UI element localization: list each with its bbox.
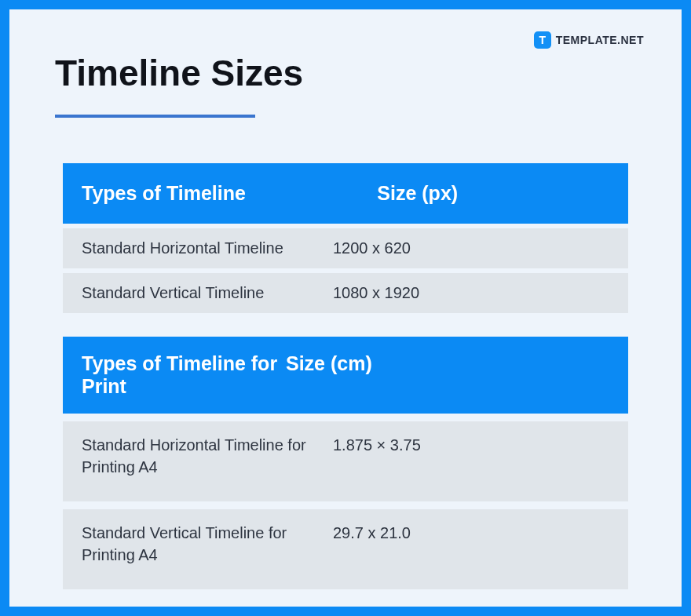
brand-icon: T	[534, 31, 551, 49]
cell-size: 29.7 x 21.0	[333, 522, 609, 566]
brand-text: TEMPLATE.NET	[556, 34, 644, 46]
page-title: Timeline Sizes	[55, 52, 636, 94]
cell-type: Standard Vertical Timeline	[82, 284, 333, 302]
cell-size: 1080 x 1920	[333, 284, 609, 302]
cell-type: Standard Vertical Timeline for Printing …	[82, 522, 333, 566]
tables-container: Types of Timeline Size (px) Standard Hor…	[55, 163, 636, 589]
table-header-row: Types of Timeline for Print Size (cm)	[63, 337, 628, 414]
cell-size: 1.875 × 3.75	[333, 434, 609, 478]
table-pixel-sizes: Types of Timeline Size (px) Standard Hor…	[63, 163, 628, 313]
header-size: Size (px)	[377, 182, 609, 205]
document-panel: T TEMPLATE.NET Timeline Sizes Types of T…	[9, 9, 682, 607]
outer-frame: T TEMPLATE.NET Timeline Sizes Types of T…	[0, 0, 691, 616]
title-underline	[55, 115, 255, 118]
header-type: Types of Timeline	[82, 182, 377, 205]
brand-logo: T TEMPLATE.NET	[534, 31, 644, 49]
cell-type: Standard Horizontal Timeline for Printin…	[82, 434, 333, 478]
table-row: Standard Vertical Timeline 1080 x 1920	[63, 273, 628, 313]
cell-type: Standard Horizontal Timeline	[82, 239, 333, 257]
cell-size: 1200 x 620	[333, 239, 609, 257]
header-size: Size (cm)	[286, 352, 609, 398]
table-row: Standard Horizontal Timeline for Printin…	[63, 421, 628, 501]
header-type: Types of Timeline for Print	[82, 352, 286, 398]
table-row: Standard Vertical Timeline for Printing …	[63, 509, 628, 589]
table-print-sizes: Types of Timeline for Print Size (cm) St…	[63, 337, 628, 589]
table-header-row: Types of Timeline Size (px)	[63, 163, 628, 224]
table-row: Standard Horizontal Timeline 1200 x 620	[63, 228, 628, 268]
